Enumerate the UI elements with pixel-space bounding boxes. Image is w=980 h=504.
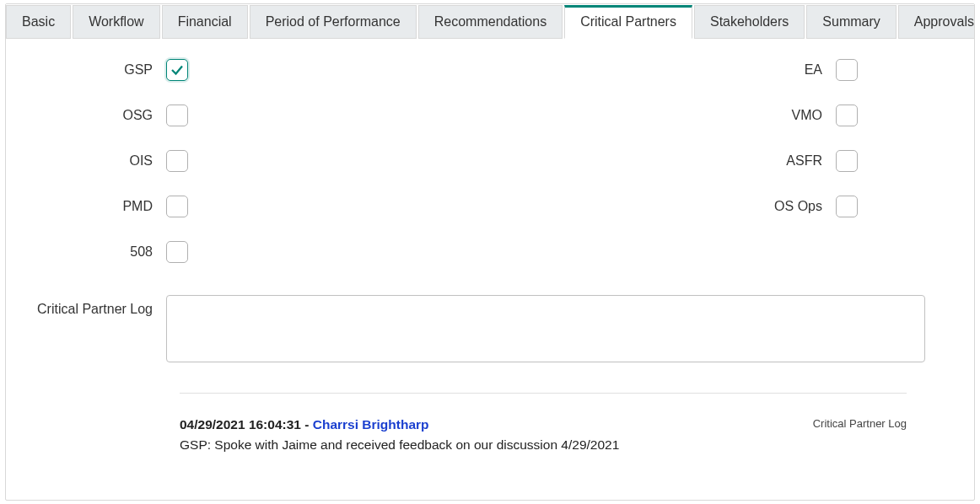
tab-workflow[interactable]: Workflow — [73, 5, 160, 39]
partner-label-pmd: PMD — [23, 199, 166, 214]
log-entry-body: GSP: Spoke with Jaime and received feedb… — [180, 437, 907, 453]
partner-label-gsp: GSP — [23, 62, 166, 78]
tab-critical-partners[interactable]: Critical Partners — [564, 5, 692, 39]
partner-row-asfr: ASFR — [507, 150, 957, 172]
log-entry-author: Charrsi Brightharp — [313, 417, 429, 432]
check-icon — [170, 62, 185, 78]
log-entry-corner-label: Critical Partner Log — [813, 417, 907, 430]
partner-label-asfr: ASFR — [507, 153, 836, 169]
partner-checkbox-vmo[interactable] — [836, 105, 858, 126]
log-divider — [180, 393, 907, 394]
partner-row-ois: OIS — [23, 150, 473, 172]
partner-checkbox-ea[interactable] — [836, 59, 858, 81]
log-entry-header: 04/29/2021 16:04:31 - Charrsi Brightharp — [180, 417, 907, 432]
partner-row-vmo: VMO — [507, 105, 957, 126]
partner-label-ea: EA — [507, 62, 836, 78]
partner-row-pmd: PMD — [23, 196, 473, 217]
partner-checkbox-508[interactable] — [166, 241, 188, 263]
tab-content-critical-partners: GSPOSGOISPMD508 EAVMOASFROS Ops Critical… — [6, 39, 974, 469]
tab-approvals[interactable]: Approvals — [898, 5, 975, 39]
partner-row-osops: OS Ops — [507, 196, 957, 217]
tab-bar: BasicWorkflowFinancialPeriod of Performa… — [6, 4, 974, 39]
tab-recommendations[interactable]: Recommendations — [418, 5, 563, 39]
partner-checkbox-osg[interactable] — [166, 105, 188, 126]
partner-checkbox-asfr[interactable] — [836, 150, 858, 172]
tab-summary[interactable]: Summary — [806, 5, 896, 39]
partner-label-osg: OSG — [23, 108, 166, 123]
partner-label-508: 508 — [23, 244, 166, 260]
partner-label-ois: OIS — [23, 153, 166, 169]
log-entry: Critical Partner Log 04/29/2021 16:04:31… — [180, 417, 907, 453]
partner-checkbox-gsp[interactable] — [166, 59, 188, 81]
partner-checkbox-osops[interactable] — [836, 196, 858, 217]
partner-label-vmo: VMO — [507, 108, 836, 123]
partner-row-ea: EA — [507, 59, 957, 81]
partner-checkboxes: GSPOSGOISPMD508 EAVMOASFROS Ops — [23, 59, 957, 263]
partner-row-osg: OSG — [23, 105, 473, 126]
tab-period-of-performance[interactable]: Period of Performance — [250, 5, 417, 39]
tab-stakeholders[interactable]: Stakeholders — [694, 5, 805, 39]
partner-checkbox-pmd[interactable] — [166, 196, 188, 217]
critical-partner-log-input[interactable] — [166, 295, 925, 362]
log-separator: - — [304, 417, 312, 432]
log-entry-timestamp: 04/29/2021 16:04:31 — [180, 417, 301, 432]
partner-label-osops: OS Ops — [507, 199, 836, 214]
tab-financial[interactable]: Financial — [162, 5, 248, 39]
partner-checkbox-ois[interactable] — [166, 150, 188, 172]
critical-partner-log-row: Critical Partner Log — [23, 295, 957, 362]
partner-row-508: 508 — [23, 241, 473, 263]
tab-basic[interactable]: Basic — [6, 5, 71, 39]
critical-partner-log-label: Critical Partner Log — [23, 295, 166, 317]
partner-row-gsp: GSP — [23, 59, 473, 81]
